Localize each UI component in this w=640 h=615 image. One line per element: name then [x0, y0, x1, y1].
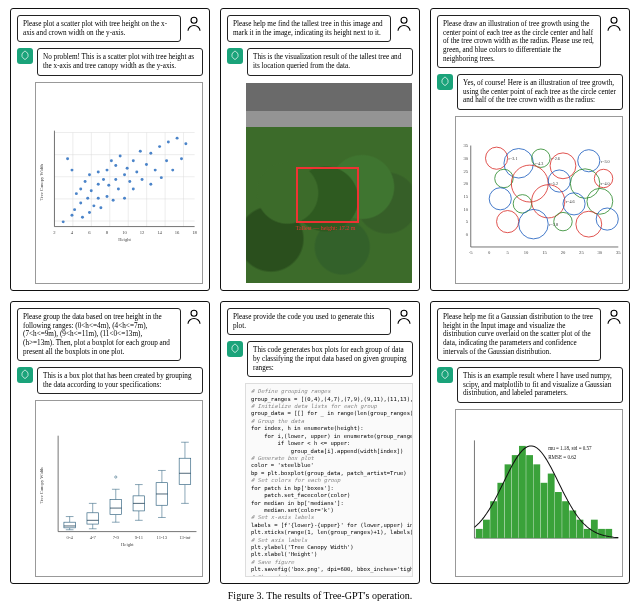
svg-rect-206 — [562, 501, 569, 538]
panel-growth: Please draw an illustration of tree grow… — [430, 8, 630, 291]
svg-text:15: 15 — [542, 250, 547, 255]
scatter-ylabel: Tree Canopy Width — [39, 163, 44, 200]
panel-boxplot: Please group the data based on tree heig… — [10, 301, 210, 584]
svg-point-29 — [90, 189, 93, 192]
svg-point-144 — [191, 310, 197, 316]
svg-text:6: 6 — [88, 230, 91, 235]
svg-rect-202 — [533, 464, 540, 538]
svg-text:0: 0 — [466, 232, 469, 237]
svg-point-17 — [66, 157, 69, 160]
svg-point-42 — [114, 164, 117, 167]
svg-text:12: 12 — [140, 230, 145, 235]
svg-text:10: 10 — [122, 230, 127, 235]
boxplot-xlabel: Height — [121, 543, 134, 548]
svg-point-48 — [128, 179, 131, 182]
svg-point-38 — [107, 183, 110, 186]
svg-point-64 — [180, 157, 183, 160]
svg-point-86 — [540, 158, 541, 159]
panels-grid: Please plot a scatter plot with tree hei… — [0, 0, 640, 588]
svg-rect-194 — [476, 529, 483, 538]
user-bubble: Please help me find the tallest tree in … — [227, 15, 391, 42]
chatgpt-icon — [437, 74, 453, 90]
svg-point-36 — [106, 168, 109, 171]
svg-point-25 — [84, 179, 87, 182]
svg-rect-163 — [110, 500, 122, 515]
svg-point-105 — [489, 188, 511, 210]
svg-point-39 — [110, 159, 113, 162]
svg-text:15: 15 — [463, 194, 468, 199]
svg-rect-157 — [87, 513, 99, 524]
svg-point-108 — [522, 203, 523, 204]
svg-point-94 — [503, 178, 504, 179]
svg-text:0-4: 0-4 — [67, 535, 74, 540]
svg-text:35: 35 — [463, 143, 468, 148]
svg-point-53 — [141, 178, 144, 181]
svg-point-20 — [73, 208, 76, 211]
svg-text:25: 25 — [463, 169, 468, 174]
svg-point-61 — [167, 140, 170, 143]
svg-rect-195 — [483, 520, 490, 538]
svg-text:r=4.6: r=4.6 — [566, 199, 575, 204]
svg-point-96 — [529, 183, 530, 184]
svg-text:2: 2 — [53, 230, 56, 235]
user-row: Please group the data based on tree heig… — [17, 308, 203, 361]
assistant-bubble: Yes, of course! Here is an illustration … — [457, 74, 623, 110]
user-bubble: Please group the data based on tree heig… — [17, 308, 181, 361]
boxplot-chart: 0-44-77-99-1111-1313-inf Height Tree Can… — [35, 400, 203, 577]
svg-point-122 — [562, 221, 563, 222]
svg-point-34 — [99, 206, 102, 209]
svg-point-62 — [171, 168, 174, 171]
svg-point-110 — [547, 201, 548, 202]
svg-rect-209 — [584, 529, 591, 538]
svg-text:13-inf: 13-inf — [179, 535, 191, 540]
assistant-bubble: This is a box plot that has been created… — [37, 367, 203, 394]
panel-gaussian: Please help me fit a Gaussian distributi… — [430, 301, 630, 584]
svg-text:5: 5 — [506, 250, 509, 255]
user-bubble: Please plot a scatter plot with tree hei… — [17, 15, 181, 42]
svg-text:11-13: 11-13 — [157, 535, 168, 540]
user-row: Please provide the code you used to gene… — [227, 308, 413, 335]
svg-point-88 — [550, 153, 576, 179]
svg-rect-182 — [179, 459, 191, 485]
svg-point-37 — [106, 195, 109, 198]
svg-text:9-11: 9-11 — [135, 535, 144, 540]
panel-code: Please provide the code you used to gene… — [220, 301, 420, 584]
svg-text:25: 25 — [579, 250, 584, 255]
assistant-bubble: This is the visualization result of the … — [247, 48, 413, 75]
svg-text:-5: -5 — [469, 250, 474, 255]
svg-point-45 — [123, 173, 126, 176]
panel-tallest: Please help me find the tallest tree in … — [220, 8, 420, 291]
svg-rect-151 — [64, 523, 76, 529]
svg-text:10: 10 — [463, 207, 468, 212]
svg-point-124 — [588, 224, 589, 225]
svg-point-27 — [88, 211, 91, 214]
svg-point-26 — [86, 196, 89, 199]
svg-point-49 — [132, 159, 135, 162]
svg-point-50 — [132, 187, 135, 190]
aerial-image: Tallest — height: 17.2 m — [245, 82, 413, 284]
assistant-row: This is an example result where I have u… — [437, 367, 623, 403]
user-icon — [185, 308, 203, 326]
hist-chart: mu = 1.18, std = 0.57 RMSE = 0.62 — [455, 409, 623, 577]
boxplot-ylabel: Tree Canopy Width — [39, 467, 44, 504]
svg-point-30 — [92, 204, 95, 207]
svg-point-44 — [119, 154, 122, 157]
assistant-row: This is the visualization result of the … — [227, 48, 413, 75]
user-icon — [395, 15, 413, 33]
svg-point-54 — [145, 163, 148, 166]
svg-text:r=3.1: r=3.1 — [509, 156, 518, 161]
svg-point-63 — [176, 136, 179, 139]
svg-point-190 — [401, 310, 407, 316]
assistant-bubble: This is an example result where I have u… — [457, 367, 623, 403]
chatgpt-icon — [227, 48, 243, 64]
svg-point-57 — [154, 168, 157, 171]
svg-point-83 — [518, 163, 519, 164]
svg-rect-197 — [497, 483, 504, 538]
svg-point-65 — [184, 142, 187, 145]
svg-point-119 — [533, 224, 534, 225]
user-row: Please help me find the tallest tree in … — [227, 15, 413, 42]
svg-text:4-7: 4-7 — [90, 535, 97, 540]
svg-text:18: 18 — [192, 230, 197, 235]
user-icon — [605, 308, 623, 326]
svg-point-55 — [149, 151, 152, 154]
